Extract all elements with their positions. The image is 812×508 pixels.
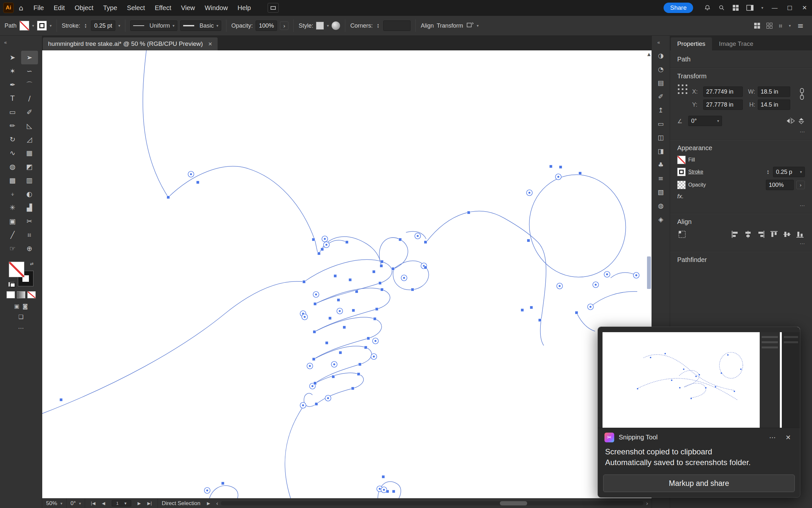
align-more-options-icon[interactable]: ⋯	[677, 241, 805, 247]
effects-fx-button[interactable]: fx.	[677, 193, 684, 200]
mesh-tool[interactable]: ▩	[4, 174, 21, 187]
flip-horizontal-icon[interactable]	[786, 117, 795, 125]
slice-tool[interactable]: ✂	[21, 214, 38, 228]
constrain-proportions-icon[interactable]	[799, 84, 805, 104]
expand-panels-icon[interactable]: «	[657, 39, 660, 45]
gradient-mode-button[interactable]	[17, 291, 25, 298]
opacity-link[interactable]: Opacity	[688, 182, 706, 188]
appearance-stroke-stepper[interactable]: ▴▾	[766, 169, 770, 174]
stroke-weight-field[interactable]: 0.25 pt	[91, 20, 115, 31]
minimize-button[interactable]: —	[767, 0, 782, 15]
x-field[interactable]: 27.7749 in	[703, 86, 743, 97]
horizontal-scrollbar[interactable]: ‹ ›	[213, 499, 652, 508]
zoom-control[interactable]: 50% ▾	[42, 499, 66, 508]
scroll-up-icon[interactable]: ▲	[647, 52, 651, 56]
snap-options-icon[interactable]: ⌗	[779, 22, 782, 30]
perspective-grid-tool[interactable]: ◩	[21, 160, 38, 174]
fill-caret-icon[interactable]: ▾	[32, 24, 34, 28]
graphic-style-swatch[interactable]	[316, 22, 324, 30]
default-fill-stroke-icon[interactable]	[8, 282, 14, 287]
artboard-number-field[interactable]: 1 ▾	[112, 500, 131, 506]
navigator-panel-button[interactable]: ◈	[654, 213, 668, 226]
type-tool[interactable]: T	[4, 92, 21, 105]
stroke-weight-stepper[interactable]: ▴▾	[83, 23, 88, 28]
canvas[interactable]: ▲	[42, 50, 652, 498]
tab-properties[interactable]: Properties	[671, 37, 712, 50]
menu-type[interactable]: Type	[98, 0, 122, 15]
y-field[interactable]: 27.7778 in	[703, 99, 743, 110]
paintbrush-tool[interactable]: ✐	[21, 105, 38, 119]
transform-widget-icon[interactable]	[466, 22, 474, 30]
line-segment-tool[interactable]: ∕	[21, 92, 38, 105]
gradient-panel-button[interactable]: ▧	[654, 185, 668, 199]
stroke-swatch[interactable]	[37, 21, 47, 31]
color-panel-button[interactable]: ◑	[654, 49, 668, 62]
magic-wand-tool[interactable]: ✶	[4, 65, 21, 78]
menu-file[interactable]: File	[29, 0, 49, 15]
lasso-tool[interactable]: ∽	[21, 65, 38, 78]
zoom-tool[interactable]: ⊕	[21, 242, 38, 255]
horizontal-scrollbar-thumb[interactable]	[500, 501, 527, 505]
align-bottom-icon[interactable]	[795, 229, 805, 239]
recolor-artwork-icon[interactable]	[332, 22, 340, 30]
appearance-panel-button[interactable]: ◨	[654, 144, 668, 158]
fill-swatch[interactable]	[19, 21, 29, 31]
rotation-control[interactable]: 0° ▾	[66, 499, 85, 508]
screenshot-preview-thumbnail[interactable]	[598, 327, 800, 428]
search-icon[interactable]	[718, 5, 725, 11]
edit-toolbar-icon[interactable]: ⋯	[18, 325, 24, 332]
align-vertical-center-icon[interactable]	[782, 229, 792, 239]
artboards-panel-button[interactable]: ▭	[654, 117, 668, 131]
document-tab[interactable]: hummingbird tree stake.ai* @ 50 % (RGB/C…	[43, 37, 218, 50]
align-right-icon[interactable]	[756, 229, 766, 239]
stroke-weight-caret-icon[interactable]: ▾	[118, 24, 120, 28]
align-to-selection-icon[interactable]	[677, 229, 687, 239]
export-panel-button[interactable]: ↥	[654, 103, 668, 117]
measure-tool[interactable]: ⌗	[21, 228, 38, 242]
paragraph-panel-button[interactable]: ≡	[654, 172, 668, 185]
corners-field[interactable]	[383, 20, 411, 31]
stroke-caret-icon[interactable]: ▾	[50, 24, 52, 28]
notifications-bell-icon[interactable]	[704, 5, 711, 11]
knife-tool[interactable]: ╱	[4, 228, 21, 242]
reference-point-selector[interactable]	[677, 84, 688, 95]
status-play-icon[interactable]: ▶	[204, 501, 213, 506]
menu-view[interactable]: View	[176, 0, 200, 15]
tab-image-trace[interactable]: Image Trace	[713, 37, 760, 50]
maximize-button[interactable]: ☐	[782, 0, 797, 15]
first-artboard-icon[interactable]: |◀	[91, 501, 95, 506]
eraser-tool[interactable]: ◺	[21, 119, 38, 133]
corners-stepper[interactable]: ▴▾	[376, 23, 380, 28]
menu-help[interactable]: Help	[233, 0, 256, 15]
appearance-more-options-icon[interactable]: ⋯	[677, 203, 805, 209]
swap-fill-stroke-icon[interactable]: ⇄	[30, 261, 34, 266]
symbol-sprayer-tool[interactable]: ✳	[4, 201, 21, 214]
appearance-fill-swatch[interactable]	[677, 156, 686, 164]
workspace-grid-icon[interactable]	[767, 23, 772, 29]
stroke-link[interactable]: Stroke	[688, 169, 703, 175]
curvature-tool[interactable]: ⌒	[21, 78, 38, 92]
draw-behind-icon[interactable]: ◙	[22, 303, 28, 309]
style-caret-icon[interactable]: ▾	[327, 24, 329, 28]
swatches-panel-button[interactable]: ▤	[654, 76, 668, 90]
appearance-stroke-field[interactable]: 0.25 p ▾	[773, 167, 805, 177]
hand-tool[interactable]: ☞	[4, 242, 21, 255]
chevron-down-icon[interactable]: ▾	[761, 5, 763, 10]
rotate-tool[interactable]: ↻	[4, 133, 21, 146]
controlbar-menu-icon[interactable]: ≡	[797, 22, 804, 30]
variable-width-profile-dropdown[interactable]: Uniform ▾	[130, 20, 177, 31]
snap-caret-icon[interactable]: ▾	[789, 24, 791, 28]
appearance-opacity-swatch[interactable]	[677, 181, 686, 189]
menu-window[interactable]: Window	[200, 0, 233, 15]
rectangle-tool[interactable]: ▭	[4, 105, 21, 119]
fill-color-swatch[interactable]	[9, 262, 24, 277]
arrange-documents-icon[interactable]	[268, 3, 279, 13]
column-graph-tool[interactable]: ▟	[21, 201, 38, 214]
none-mode-button[interactable]	[27, 291, 36, 298]
notification-close-icon[interactable]: ✕	[783, 433, 794, 441]
draw-normal-icon[interactable]: ▣	[14, 303, 19, 309]
transform-widget-caret-icon[interactable]: ▾	[477, 24, 479, 28]
scroll-right-icon[interactable]: ›	[646, 500, 648, 507]
markup-and-share-button[interactable]: Markup and share	[603, 474, 795, 492]
appearance-stroke-swatch[interactable]	[677, 168, 686, 176]
